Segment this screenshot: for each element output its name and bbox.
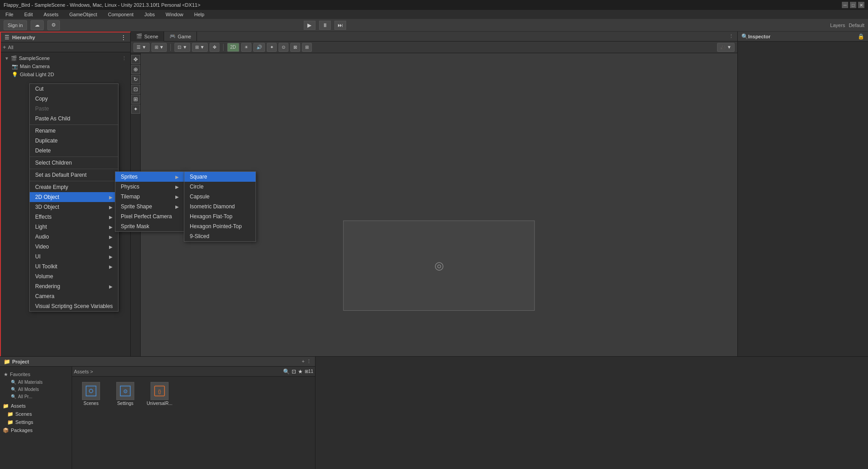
sub1-sprite-mask[interactable]: Sprite Mask <box>115 221 184 231</box>
hierarchy-menu-icon[interactable]: ⋮ <box>120 34 127 41</box>
project-menu-icon[interactable]: ⋮ <box>306 359 311 364</box>
filter-btn[interactable]: ⊡ <box>292 368 296 375</box>
search-btn[interactable]: 🔍 <box>283 368 290 375</box>
scale-tool[interactable]: ⊡ <box>131 85 140 94</box>
scene-aspect-btn[interactable]: ⊞ ▼ <box>192 43 208 52</box>
ctx-copy[interactable]: Copy <box>30 94 118 104</box>
cloud-button[interactable]: ☁ <box>31 20 44 30</box>
menu-component[interactable]: Component <box>106 11 135 18</box>
close-button[interactable]: ✕ <box>858 2 864 8</box>
ctx-cut[interactable]: Cut <box>30 84 118 94</box>
scene-skybox-btn[interactable]: ⊙ <box>279 43 288 52</box>
sub1-pixel-perfect[interactable]: Pixel Perfect Camera <box>115 212 184 221</box>
menu-edit[interactable]: Edit <box>23 11 35 18</box>
maximize-button[interactable]: □ <box>850 2 856 8</box>
sub1-sprites[interactable]: Sprites ▶ <box>115 172 184 182</box>
sub1-tilemap[interactable]: Tilemap ▶ <box>115 192 184 202</box>
ctx-light[interactable]: Light ▶ <box>30 222 118 232</box>
tree-item-packages[interactable]: 📦 Packages <box>0 426 72 434</box>
scene-grid-btn[interactable]: ⊞ <box>302 43 312 52</box>
menu-gameobject[interactable]: GameObject <box>68 11 99 18</box>
scene-anim-btn[interactable]: ⊠ <box>290 43 300 52</box>
tab-scene[interactable]: 🎬 Scene <box>131 32 164 41</box>
sub1-physics[interactable]: Physics ▶ <box>115 182 184 192</box>
ctx-effects[interactable]: Effects ▶ <box>30 212 118 222</box>
tree-item-assets[interactable]: 📁 Assets <box>0 402 72 410</box>
scene-gizmo-btn[interactable]: ⊡ ▼ <box>174 43 190 52</box>
menu-window[interactable]: Window <box>164 11 185 18</box>
hand-tool[interactable]: ✥ <box>131 55 140 64</box>
ctx-visual-scripting[interactable]: Visual Scripting Scene Variables <box>30 301 118 311</box>
hierarchy-filter-all[interactable]: All <box>8 45 14 50</box>
collab-button[interactable]: ⚙ <box>47 20 60 30</box>
ctx-select-children[interactable]: Select Children <box>30 158 118 168</box>
scene-tool-btn-2[interactable]: ⊞ ▼ <box>151 43 167 52</box>
ctx-3d-object[interactable]: 3D Object ▶ <box>30 202 118 212</box>
sub2-9-sliced[interactable]: 9-Sliced <box>184 231 256 241</box>
ctx-set-default-parent[interactable]: Set as Default Parent <box>30 170 118 180</box>
scene-light-btn[interactable]: ☀ <box>241 43 251 52</box>
sub2-isometric-diamond[interactable]: Isometric Diamond <box>184 202 256 212</box>
ctx-audio[interactable]: Audio ▶ <box>30 232 118 242</box>
breadcrumb-assets: Assets > <box>74 369 93 374</box>
favorites-all-prefabs[interactable]: 🔍 All Pr... <box>4 393 68 400</box>
inspector-lock[interactable]: 🔒 <box>858 33 864 40</box>
sub2-capsule[interactable]: Capsule <box>184 192 256 202</box>
scene-options[interactable]: ⋮ <box>122 55 127 61</box>
ctx-rename[interactable]: Rename <box>30 126 118 136</box>
tab-game[interactable]: 🎮 Game <box>164 32 197 41</box>
ctx-paste-as-child[interactable]: Paste As Child <box>30 114 118 124</box>
sub2-hexagon-flat[interactable]: Hexagon Flat-Top <box>184 212 256 221</box>
ctx-2d-object[interactable]: 2D Object ▶ <box>30 192 118 202</box>
sub2-circle[interactable]: Circle <box>184 182 256 192</box>
file-scenes[interactable]: Scenes <box>78 382 105 406</box>
pause-button[interactable]: ⏸ <box>319 21 331 30</box>
hierarchy-item-global-light[interactable]: 💡 Global Light 2D <box>1 70 130 78</box>
svg-rect-0 <box>86 386 96 396</box>
star-filter-btn[interactable]: ★ <box>298 368 303 375</box>
favorites-all-materials[interactable]: 🔍 All Materials <box>4 378 68 386</box>
step-button[interactable]: ⏭ <box>334 21 346 30</box>
scene-more-btn[interactable]: ✥ <box>210 43 219 52</box>
project-add-icon[interactable]: + <box>302 359 305 364</box>
ctx-ui[interactable]: UI ▶ <box>30 252 118 262</box>
hierarchy-add-button[interactable]: + <box>3 44 6 51</box>
ctx-delete[interactable]: Delete <box>30 146 118 156</box>
hierarchy-item-main-camera[interactable]: 📷 Main Camera <box>1 62 130 70</box>
scene-audio-btn[interactable]: 🔊 <box>253 43 265 52</box>
ctx-duplicate[interactable]: Duplicate <box>30 136 118 146</box>
file-settings[interactable]: ⚙ Settings <box>112 382 139 406</box>
scene-fx-btn[interactable]: ✦ <box>267 43 277 52</box>
menu-jobs[interactable]: Jobs <box>142 11 156 18</box>
transform-tool[interactable]: ✦ <box>131 105 140 114</box>
play-button[interactable]: ▶ <box>304 21 315 30</box>
sign-in-button[interactable]: Sign in <box>4 20 27 30</box>
scene-cam-btn[interactable]: 🎥 ▼ <box>717 43 735 52</box>
ctx-rendering[interactable]: Rendering ▶ <box>30 281 118 291</box>
main-toolbar: Sign in ☁ ⚙ ▶ ⏸ ⏭ Layers Default <box>0 19 868 32</box>
ctx-volume[interactable]: Volume <box>30 271 118 281</box>
ctx-video[interactable]: Video ▶ <box>30 242 118 252</box>
sub1-sprite-shape[interactable]: Sprite Shape ▶ <box>115 202 184 212</box>
scene-tool-btn-1[interactable]: ☰ ▼ <box>133 43 150 52</box>
menu-help[interactable]: Help <box>192 11 206 18</box>
rotate-tool[interactable]: ↻ <box>131 75 140 84</box>
menu-assets[interactable]: Assets <box>42 11 60 18</box>
scene-2d-btn[interactable]: 2D <box>227 43 239 52</box>
sub2-hexagon-pointed[interactable]: Hexagon Pointed-Top <box>184 221 256 231</box>
minimize-button[interactable]: ─ <box>842 2 848 8</box>
ctx-create-empty[interactable]: Create Empty <box>30 182 118 192</box>
scene-menu-icon[interactable]: ⋮ <box>729 33 734 39</box>
ctx-ui-toolkit[interactable]: UI Toolkit ▶ <box>30 262 118 271</box>
move-tool[interactable]: ⊕ <box>131 65 140 74</box>
scene-tab-icon: 🎬 <box>136 33 142 39</box>
menu-file[interactable]: File <box>4 11 15 18</box>
hierarchy-item-samplescene[interactable]: ▼ 🎬 SampleScene ⋮ <box>1 54 130 62</box>
tree-item-scenes[interactable]: 📁 Scenes <box>0 410 72 418</box>
sub2-square[interactable]: Square <box>184 172 256 182</box>
favorites-all-models[interactable]: 🔍 All Models <box>4 386 68 393</box>
file-universal-r[interactable]: {} UniversalR... <box>146 382 173 406</box>
rect-tool[interactable]: ⊞ <box>131 95 140 104</box>
tree-item-settings[interactable]: 📁 Settings <box>0 418 72 426</box>
ctx-camera[interactable]: Camera <box>30 291 118 301</box>
